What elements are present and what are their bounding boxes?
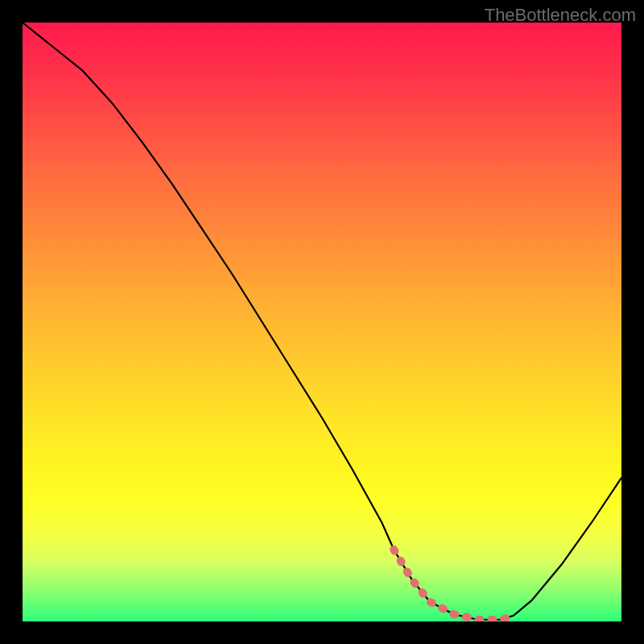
chart-plot-area <box>23 23 621 621</box>
optimal-range-highlight <box>394 550 514 620</box>
watermark-text: TheBottleneck.com <box>485 5 636 26</box>
bottleneck-curve-line <box>23 23 621 620</box>
chart-svg-overlay <box>23 23 621 621</box>
